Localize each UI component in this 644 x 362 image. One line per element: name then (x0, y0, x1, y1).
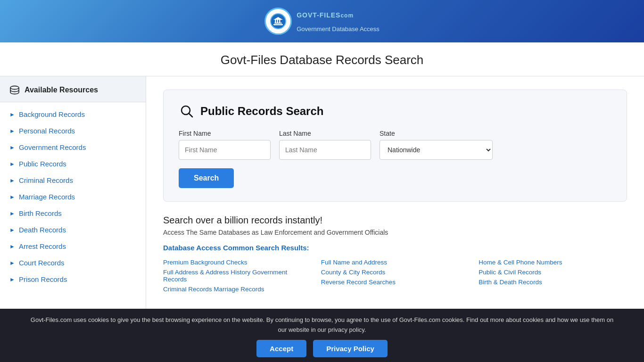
page-title: Govt-Files Database Records Search (0, 53, 644, 67)
chevron-icon: ► (9, 161, 15, 167)
search-box-title: Public Records Search (179, 103, 611, 119)
info-subheadline: Access The Same Databases as Law Enforce… (163, 229, 627, 236)
result-link-fullname[interactable]: Full Name and Address (321, 257, 470, 267)
results-col-0: Premium Background Checks Full Address &… (163, 257, 312, 294)
state-group: State NationwideAlabamaAlaskaArizonaArka… (380, 130, 493, 160)
search-btn-row: Search (179, 168, 611, 188)
first-name-input[interactable] (179, 140, 271, 160)
sidebar-item-label: Criminal Records (19, 176, 73, 184)
last-name-label: Last Name (279, 130, 371, 137)
chevron-icon: ► (9, 243, 15, 250)
search-title: Public Records Search (200, 105, 323, 118)
result-link-criminal[interactable]: Criminal Records Marriage Records (163, 284, 312, 294)
result-link-birth-death[interactable]: Birth & Death Records (479, 277, 627, 287)
page-title-bar: Govt-Files Database Records Search (0, 42, 644, 76)
sidebar-item-label: Government Records (19, 143, 86, 151)
logo-icon (264, 8, 292, 35)
results-grid: Premium Background Checks Full Address &… (163, 257, 627, 294)
logo-container: GOVT-FILEScom Government Database Access (264, 8, 380, 35)
site-header: GOVT-FILEScom Government Database Access (0, 0, 644, 42)
chevron-icon: ► (9, 128, 15, 134)
cookie-buttons: Accept Privacy Policy (28, 340, 616, 357)
sidebar-item-arrest-records[interactable]: ► Arrest Records (0, 238, 146, 255)
search-button[interactable]: Search (179, 168, 234, 188)
privacy-policy-button[interactable]: Privacy Policy (313, 340, 388, 357)
chevron-icon: ► (9, 260, 15, 266)
sidebar-item-marriage-records[interactable]: ► Marriage Records (0, 189, 146, 205)
state-select[interactable]: NationwideAlabamaAlaskaArizonaArkansasCa… (380, 140, 493, 160)
cookie-bar: Govt-Files.com uses cookies to give you … (0, 309, 644, 362)
info-section: Search over a billion records instantly!… (163, 215, 627, 294)
result-link-county[interactable]: County & City Records (321, 267, 470, 277)
info-headline: Search over a billion records instantly! (163, 215, 627, 226)
sidebar-item-criminal-records[interactable]: ► Criminal Records (0, 172, 146, 189)
last-name-input[interactable] (279, 140, 371, 160)
logo-text: GOVT-FILEScom Government Database Access (297, 10, 380, 33)
sidebar-item-prison-records[interactable]: ► Prison Records (0, 271, 146, 288)
sidebar-item-label: Marriage Records (19, 193, 75, 201)
svg-point-7 (10, 86, 19, 90)
sidebar-item-death-records[interactable]: ► Death Records (0, 222, 146, 238)
database-icon (9, 85, 20, 95)
sidebar-item-label: Birth Records (19, 209, 62, 217)
results-col-2: Home & Cell Phone Numbers Public & Civil… (479, 257, 627, 294)
chevron-icon: ► (9, 111, 15, 118)
results-col-1: Full Name and Address County & City Reco… (321, 257, 470, 294)
sidebar-item-label: Personal Records (19, 127, 75, 135)
svg-rect-1 (273, 24, 283, 25)
cookie-text: Govt-Files.com uses cookies to give you … (28, 315, 616, 335)
chevron-icon: ► (9, 276, 15, 283)
svg-line-9 (189, 114, 192, 117)
first-name-label: First Name (179, 130, 271, 137)
sidebar-header: Available Resources (0, 76, 146, 102)
result-link-premium[interactable]: Premium Background Checks (163, 257, 312, 267)
chevron-icon: ► (9, 210, 15, 217)
logo-subtitle: Government Database Access (297, 25, 380, 33)
chevron-icon: ► (9, 194, 15, 200)
sidebar-item-label: Court Records (19, 259, 65, 267)
svg-rect-3 (275, 19, 276, 23)
sidebar-item-court-records[interactable]: ► Court Records (0, 255, 146, 271)
result-link-address[interactable]: Full Address & Address History Governmen… (163, 267, 312, 284)
sidebar-item-label: Background Records (19, 110, 85, 118)
accept-button[interactable]: Accept (256, 340, 306, 357)
sidebar: Available Resources ► Background Records… (0, 76, 146, 340)
svg-rect-4 (277, 19, 279, 23)
sidebar-item-public-records[interactable]: ► Public Records (0, 156, 146, 172)
search-icon (179, 103, 195, 119)
first-name-group: First Name (179, 130, 271, 160)
sidebar-item-label: Public Records (19, 160, 66, 168)
main-layout: Available Resources ► Background Records… (0, 76, 644, 340)
db-access-title: Database Access Common Search Results: (163, 244, 627, 252)
sidebar-header-label: Available Resources (25, 86, 98, 94)
result-link-civil[interactable]: Public & Civil Records (479, 267, 627, 277)
sidebar-item-label: Death Records (19, 226, 66, 234)
search-fields: First Name Last Name State NationwideAla… (179, 130, 611, 160)
svg-rect-2 (274, 23, 282, 24)
chevron-icon: ► (9, 144, 15, 151)
sidebar-item-label: Prison Records (19, 275, 67, 283)
sidebar-item-personal-records[interactable]: ► Personal Records (0, 123, 146, 139)
sidebar-item-background-records[interactable]: ► Background Records (0, 106, 146, 123)
svg-rect-5 (279, 19, 281, 23)
search-box: Public Records Search First Name Last Na… (163, 90, 627, 202)
sidebar-item-government-records[interactable]: ► Government Records (0, 139, 146, 156)
content-area: Public Records Search First Name Last Na… (146, 76, 644, 340)
chevron-icon: ► (9, 177, 15, 184)
chevron-icon: ► (9, 227, 15, 233)
result-link-reverse[interactable]: Reverse Record Searches (321, 277, 470, 287)
sidebar-item-label: Arrest Records (19, 242, 66, 250)
last-name-group: Last Name (279, 130, 371, 160)
sidebar-nav: ► Background Records ► Personal Records … (0, 102, 146, 291)
state-label: State (380, 130, 493, 137)
sidebar-item-birth-records[interactable]: ► Birth Records (0, 205, 146, 222)
logo-title: GOVT-FILEScom (297, 10, 380, 25)
result-link-phone[interactable]: Home & Cell Phone Numbers (479, 257, 627, 267)
